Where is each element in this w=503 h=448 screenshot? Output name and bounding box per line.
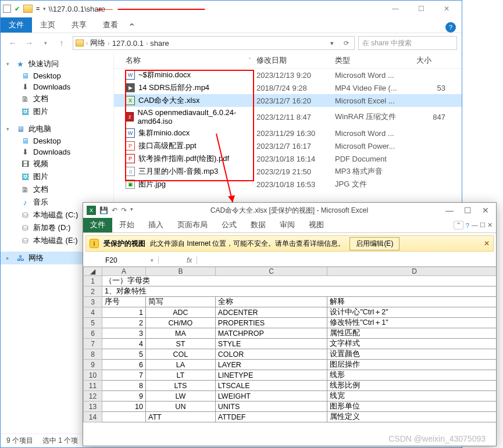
column-size[interactable]: 大小 [416,55,445,66]
undo-icon[interactable]: ↶ [112,206,117,214]
cell[interactable]: 1、对象特性 [102,286,496,297]
tab-share[interactable]: 共享 [63,17,95,33]
sidebar-pictures[interactable]: 🖼图片 [1,105,113,118]
close-button[interactable]: ✕ [434,1,459,17]
cell[interactable]: LW [145,391,215,402]
sidebar-this-pc[interactable]: ▾🖥此电脑 [1,123,113,135]
dropdown-icon[interactable]: ▾ [151,257,154,263]
cell[interactable]: 属性匹配 [327,328,496,339]
cell[interactable]: ADCENTER [215,307,327,318]
help-icon[interactable]: ? [445,22,456,33]
cell[interactable]: LAYER [215,360,327,370]
file-row[interactable]: W~$群minio.docx2023/12/13 9:20Microsoft W… [114,69,462,81]
cell[interactable]: 属性定义 [327,412,496,422]
row-header[interactable]: 5 [84,318,102,328]
cell[interactable]: UNITS [215,402,327,412]
cell[interactable]: CH/MO [145,318,215,328]
file-row[interactable]: W集群minio.docx2023/11/29 16:30Microsoft W… [114,127,462,139]
minimize-button[interactable]: — [445,206,454,215]
row-header[interactable]: 1 [84,276,102,286]
cell[interactable]: MATCHPROP [215,328,327,339]
row-header[interactable]: 3 [84,297,102,307]
cell[interactable]: 9 [102,391,146,402]
sidebar-videos[interactable]: 🎞视频 [1,157,113,170]
cell[interactable]: LTS [145,381,215,391]
row-header[interactable]: 9 [84,360,102,370]
row-header[interactable]: 2 [84,286,102,297]
sidebar-downloads[interactable]: ⬇Downloads [1,81,113,92]
address-bar[interactable]: › 网络 › 127.0.0.1 › share ▾ ⟳ [73,36,355,50]
column-type[interactable]: 类型 [335,55,416,66]
tab-view[interactable]: 视图 [302,218,331,232]
row-header[interactable]: 6 [84,328,102,339]
cell[interactable]: ADC [145,307,215,318]
close-button[interactable]: ✕ [482,206,489,215]
nav-forward-button[interactable]: → [22,36,37,50]
cell[interactable]: 线形比例 [327,381,496,391]
row-header[interactable]: 12 [84,391,102,402]
refresh-icon[interactable]: ⟳ [340,40,352,47]
row-header[interactable]: 4 [84,307,102,318]
address-dropdown-icon[interactable]: ▾ [326,40,338,47]
tab-file[interactable]: 文件 [83,218,112,232]
cell[interactable]: LT [145,370,215,381]
window-controls[interactable]: — ☐ ✕ [472,221,493,229]
nav-history-dropdown[interactable]: ▾ [38,36,53,50]
minimize-button[interactable]: — [383,1,408,17]
sidebar-documents[interactable]: 🗎文档 [1,92,113,105]
maximize-button[interactable]: ☐ [408,1,434,17]
file-row[interactable]: XCAD命令大全.xlsx2023/12/7 16:20Microsoft Ex… [114,94,462,107]
cell[interactable]: 8 [102,381,146,391]
cell[interactable]: 全称 [215,297,327,307]
cell[interactable]: 简写 [145,297,215,307]
excel-titlebar[interactable]: X 💾 ↶ ↷ ▾ CAD命令大全.xlsx [受保护的视图] - Micros… [83,203,496,218]
sidebar-desktop[interactable]: 🖥Desktop [1,135,113,146]
cell[interactable]: 4 [102,339,146,349]
cell[interactable]: LWEIGHT [215,391,327,402]
tab-review[interactable]: 审阅 [273,218,302,232]
cell[interactable]: 10 [102,402,146,412]
qat-check-icon[interactable]: ✔ [15,5,20,13]
row-header[interactable]: 7 [84,339,102,349]
cell[interactable]: （一）字母类 [102,276,496,286]
column-name[interactable]: 名称 ˆ [126,55,256,66]
name-box[interactable]: F20▾ [101,256,159,264]
cell[interactable]: COLOR [215,349,327,360]
cell[interactable]: 5 [102,349,146,360]
sidebar-desktop[interactable]: 🖥Desktop [1,70,113,81]
row-header[interactable]: 8 [84,349,102,360]
search-input[interactable]: 在 share 中搜索 [358,36,457,50]
nav-up-button[interactable]: ↑ [54,36,69,50]
nav-back-button[interactable]: ← [5,36,20,50]
cell[interactable]: 序号 [102,297,146,307]
tab-home[interactable]: 开始 [112,218,141,232]
cell[interactable]: UN [145,402,215,412]
row-header[interactable]: 14 [84,412,102,422]
tab-home[interactable]: 主页 [32,17,63,33]
cell[interactable]: LINETYPE [215,370,327,381]
cell[interactable] [102,412,146,422]
row-header[interactable]: 10 [84,370,102,381]
file-row[interactable]: ▣图片.jpg2023/10/18 16:53JPG 文件 [114,178,462,191]
cell[interactable]: ST [145,339,215,349]
ribbon-expand-icon[interactable]: ⌃ [126,21,137,33]
cell[interactable]: ATT [145,412,215,422]
warn-message[interactable]: 此文件源自 Internet 位置，可能不安全。请单击查看详细信息。 [150,239,345,249]
cell[interactable]: ATTDEF [215,412,327,422]
sidebar-pictures[interactable]: 🖼图片 [1,170,113,183]
cell[interactable]: PROPERTIES [215,318,327,328]
cell[interactable]: 设计中心"Ctrl＋2" [327,307,496,318]
enable-editing-button[interactable]: 启用编辑(E) [349,237,399,250]
cell[interactable]: 图形单位 [327,402,496,412]
col-header[interactable]: D [327,267,496,276]
help-icon[interactable]: ? [466,222,469,229]
file-row[interactable]: zNAS openmediavault_6.0.24-amd64.iso2023… [114,107,462,127]
cell[interactable]: LA [145,360,215,370]
cell[interactable]: MA [145,328,215,339]
redo-icon[interactable]: ↷ [121,206,127,214]
tab-file[interactable]: 文件 [1,17,32,33]
col-header[interactable]: A [102,267,146,276]
cell[interactable]: 2 [102,318,146,328]
breadcrumb-item[interactable]: 127.0.0.1 [112,39,144,48]
sidebar-downloads[interactable]: ⬇Downloads [1,146,113,157]
